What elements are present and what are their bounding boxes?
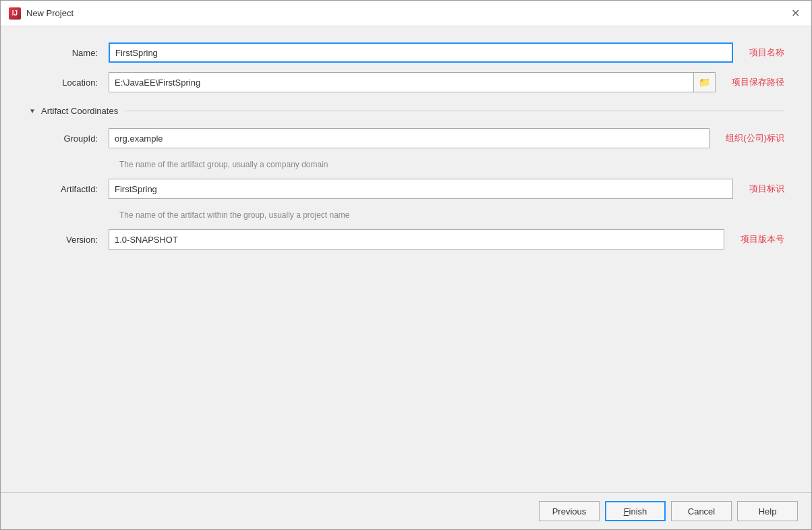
artifactid-annotation: 项目标识 — [749, 183, 784, 195]
chevron-down-icon: ▼ — [29, 107, 36, 115]
version-label: Version: — [28, 235, 109, 245]
new-project-dialog: IJ New Project ✕ Name: 项目名称 Location: 📁 — [0, 0, 812, 530]
groupid-input[interactable] — [109, 128, 709, 148]
artifactid-hint: The name of the artifact within the grou… — [119, 210, 784, 220]
groupid-hint: The name of the artifact group, usually … — [119, 160, 784, 169]
artifactid-input[interactable] — [109, 179, 733, 199]
artifact-toggle[interactable]: ▼ — [28, 107, 37, 116]
location-field-group: 📁 — [109, 72, 716, 92]
location-annotation: 项目保存路径 — [732, 76, 784, 88]
name-input[interactable] — [109, 42, 733, 63]
location-input[interactable] — [109, 72, 693, 92]
artifact-section-header: ▼ Artifact Coordinates — [28, 106, 784, 116]
name-input-wrap — [109, 42, 733, 63]
help-button[interactable]: Help — [737, 501, 798, 521]
form-content: Name: 项目名称 Location: 📁 项目保存路径 ▼ — [1, 26, 811, 492]
artifact-section-label: Artifact Coordinates — [41, 106, 118, 116]
previous-button[interactable]: Previous — [539, 501, 600, 521]
artifactid-label: ArtifactId: — [28, 184, 109, 194]
groupid-row: GroupId: 组织(公司)标识 — [28, 128, 784, 148]
version-annotation: 项目版本号 — [741, 233, 784, 245]
browse-button[interactable]: 📁 — [693, 72, 716, 92]
artifactid-input-wrap — [109, 179, 733, 199]
artifactid-row: ArtifactId: 项目标识 — [28, 179, 784, 199]
title-bar: IJ New Project ✕ — [1, 1, 811, 26]
location-row: Location: 📁 项目保存路径 — [28, 72, 784, 92]
folder-icon: 📁 — [699, 77, 710, 88]
name-annotation: 项目名称 — [749, 47, 784, 59]
app-icon: IJ — [9, 7, 21, 20]
bottom-bar: Previous Finish Cancel Help — [1, 492, 811, 529]
version-input[interactable] — [109, 229, 724, 249]
location-input-wrap: 📁 — [109, 72, 716, 92]
close-button[interactable]: ✕ — [787, 5, 803, 22]
groupid-annotation: 组织(公司)标识 — [726, 132, 784, 144]
version-input-wrap — [109, 229, 724, 249]
section-divider — [125, 111, 784, 111]
groupid-input-wrap — [109, 128, 709, 148]
dialog-title: New Project — [26, 8, 74, 18]
name-label: Name: — [28, 48, 109, 58]
version-row: Version: 项目版本号 — [28, 229, 784, 249]
finish-button[interactable]: Finish — [605, 501, 666, 521]
title-bar-left: IJ New Project — [9, 7, 74, 20]
cancel-button[interactable]: Cancel — [671, 501, 732, 521]
location-label: Location: — [28, 78, 109, 88]
groupid-label: GroupId: — [28, 134, 109, 144]
name-row: Name: 项目名称 — [28, 42, 784, 63]
